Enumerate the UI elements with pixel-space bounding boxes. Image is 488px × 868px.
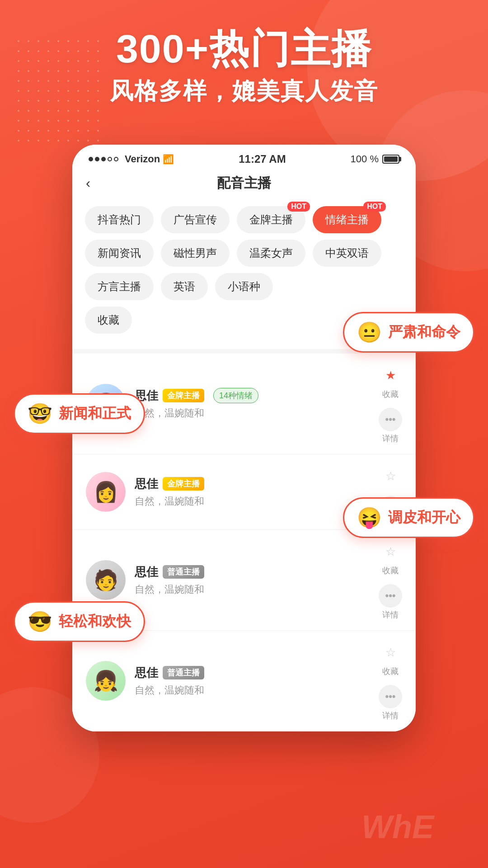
signal-dot-4 (108, 157, 112, 161)
status-time: 11:27 AM (239, 153, 286, 165)
carrier-label: Verizon (125, 153, 160, 165)
tooltip-strict: 😐 严肃和命令 (343, 312, 474, 353)
tooltip-playful-emoji: 😝 (357, 506, 382, 529)
category-douyin[interactable]: 抖音热门 (85, 206, 154, 233)
category-advert[interactable]: 广告宣传 (161, 206, 230, 233)
voice-item-4: 👧 思佳 普通主播 自然，温婉随和 ☆ 收藏 ••• 详情 (72, 631, 416, 731)
avatar-4: 👧 (86, 661, 126, 701)
voice-actions-4: ☆ 收藏 ••• 详情 (379, 641, 402, 721)
category-gold[interactable]: 金牌主播 HOT (237, 206, 305, 233)
status-right: 100 % (351, 153, 399, 165)
voice-name-2: 思佳 (135, 476, 158, 492)
phone-mockup: Verizon 📶 11:27 AM 100 % ‹ 配音主播 抖音热门 广告宣… (72, 145, 416, 731)
signal-dot-1 (89, 157, 93, 161)
detail-label-4: 详情 (382, 710, 399, 721)
avatar-3: 🧑 (86, 560, 126, 600)
vip-badge-1: 金牌主播 (163, 389, 204, 402)
voice-desc-1: 自然，温婉随和 (135, 406, 371, 420)
category-news[interactable]: 新闻资讯 (85, 240, 154, 267)
collect-label-4: 收藏 (382, 666, 399, 677)
tooltip-news: 🤓 新闻和正式 (14, 393, 145, 434)
app-title: 配音主播 (217, 174, 271, 193)
tooltip-news-emoji: 🤓 (28, 402, 52, 425)
voice-actions-1: ★ 收藏 ••• 详情 (379, 363, 402, 444)
category-magnetic[interactable]: 磁性男声 (161, 240, 230, 267)
vip-badge-2: 金牌主播 (163, 477, 204, 491)
more-icon-4: ••• (379, 685, 402, 708)
tooltip-relax-emoji: 😎 (28, 610, 52, 633)
voice-info-2: 思佳 金牌主播 自然，温婉随和 (135, 476, 371, 508)
tooltip-playful-text: 调皮和开心 (388, 508, 460, 528)
detail-btn-3[interactable]: ••• 详情 (379, 584, 402, 620)
header-main-title: 300+热门主播 (0, 27, 488, 71)
tooltip-relax-text: 轻松和欢快 (59, 612, 131, 632)
header-sub-title: 风格多样，媲美真人发音 (0, 75, 488, 107)
category-english[interactable]: 英语 (161, 273, 208, 300)
collect-label-1: 收藏 (382, 389, 399, 400)
voice-desc-3: 自然，温婉随和 (135, 583, 371, 596)
signal-dot-3 (101, 157, 106, 161)
tooltip-news-text: 新闻和正式 (59, 404, 131, 424)
collect-btn-1[interactable]: ★ 收藏 (379, 363, 402, 400)
category-minority[interactable]: 小语种 (215, 273, 273, 300)
battery-icon (382, 155, 399, 164)
category-emotion[interactable]: 情绪主播 HOT (313, 206, 381, 233)
emotion-badge-1: 14种情绪 (213, 388, 258, 403)
category-row-2: 新闻资讯 磁性男声 温柔女声 中英双语 (85, 240, 403, 267)
back-button[interactable]: ‹ (86, 175, 90, 191)
voice-name-3: 思佳 (135, 564, 158, 580)
more-icon-1: ••• (379, 408, 402, 431)
collect-btn-3[interactable]: ☆ 收藏 (379, 540, 402, 576)
voice-info-1: 思佳 金牌主播 14种情绪 自然，温婉随和 (135, 388, 371, 420)
status-bar: Verizon 📶 11:27 AM 100 % (72, 145, 416, 171)
avatar-2: 👩 (86, 472, 126, 512)
category-row-3: 方言主播 英语 小语种 (85, 273, 403, 300)
signal-dot-5 (114, 157, 118, 161)
detail-label-3: 详情 (382, 609, 399, 620)
tooltip-playful: 😝 调皮和开心 (343, 497, 474, 538)
star-icon-4: ☆ (379, 641, 402, 664)
collect-btn-4[interactable]: ☆ 收藏 (379, 641, 402, 677)
category-collect[interactable]: 收藏 (85, 307, 132, 334)
voice-name-4: 思佳 (135, 665, 158, 681)
category-dialect[interactable]: 方言主播 (85, 273, 154, 300)
star-icon-2: ☆ (379, 464, 402, 488)
voice-info-4: 思佳 普通主播 自然，温婉随和 (135, 665, 371, 697)
category-gentle[interactable]: 温柔女声 (237, 240, 305, 267)
tooltip-strict-text: 严肃和命令 (388, 322, 460, 342)
voice-name-row-2: 思佳 金牌主播 (135, 476, 371, 492)
star-icon-1: ★ (379, 363, 402, 387)
category-bilingual[interactable]: 中英双语 (313, 240, 381, 267)
detail-btn-1[interactable]: ••• 详情 (379, 408, 402, 444)
voice-desc-4: 自然，温婉随和 (135, 684, 371, 697)
hot-badge-gold: HOT (287, 202, 310, 212)
app-bar: ‹ 配音主播 (72, 171, 416, 199)
voice-desc-2: 自然，温婉随和 (135, 495, 371, 508)
signal-dot-2 (95, 157, 99, 161)
voice-actions-3: ☆ 收藏 ••• 详情 (379, 540, 402, 620)
vip-badge-4: 普通主播 (163, 666, 204, 679)
voice-name-row-4: 思佳 普通主播 (135, 665, 371, 681)
collect-label-3: 收藏 (382, 565, 399, 576)
collect-btn-2[interactable]: ☆ (379, 464, 402, 488)
whe-watermark: WhE (361, 808, 434, 845)
detail-btn-4[interactable]: ••• 详情 (379, 685, 402, 721)
tooltip-relax: 😎 轻松和欢快 (14, 601, 145, 642)
star-icon-3: ☆ (379, 540, 402, 563)
category-row-1: 抖音热门 广告宣传 金牌主播 HOT 情绪主播 HOT (85, 206, 403, 233)
detail-label-1: 详情 (382, 433, 399, 444)
voice-name-row-3: 思佳 普通主播 (135, 564, 371, 580)
battery-percent: 100 % (351, 153, 379, 165)
hot-badge-emotion: HOT (363, 202, 386, 212)
more-icon-3: ••• (379, 584, 402, 608)
signal-dots (89, 157, 118, 161)
header-section: 300+热门主播 风格多样，媲美真人发音 (0, 27, 488, 107)
wifi-icon: 📶 (163, 154, 174, 165)
voice-name-row-1: 思佳 金牌主播 14种情绪 (135, 388, 371, 404)
battery-fill (384, 156, 398, 162)
voice-info-3: 思佳 普通主播 自然，温婉随和 (135, 564, 371, 596)
vip-badge-3: 普通主播 (163, 565, 204, 579)
tooltip-strict-emoji: 😐 (357, 321, 382, 344)
status-left: Verizon 📶 (89, 153, 174, 165)
